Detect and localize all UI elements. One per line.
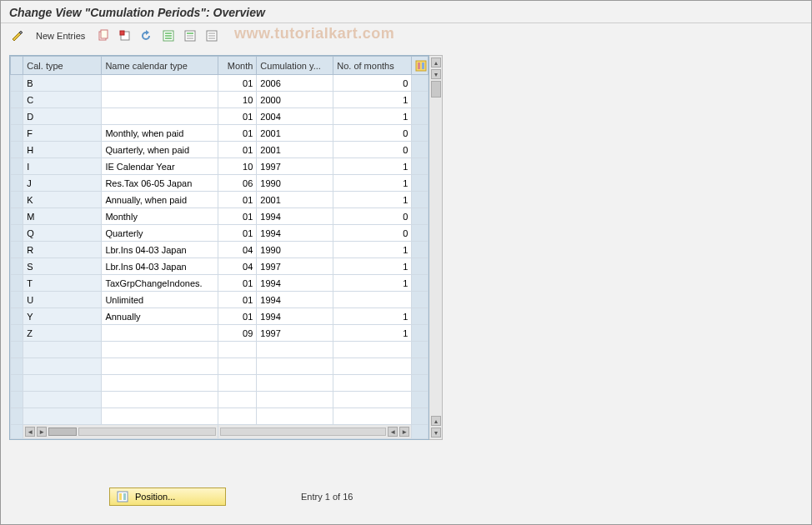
row-selector[interactable] [11, 192, 23, 208]
cell-month[interactable]: 10 [218, 92, 257, 108]
cell-month[interactable]: 01 [218, 225, 257, 242]
cell-year[interactable]: 2001 [257, 142, 333, 158]
position-button[interactable]: Position... [109, 488, 226, 506]
cell-cal-type[interactable]: M [23, 208, 102, 225]
select-all-icon[interactable] [160, 28, 177, 44]
cell-name[interactable]: Lbr.Ins 04-03 Japan [102, 242, 218, 258]
table-row[interactable]: MMonthly0119940 [11, 208, 429, 225]
new-entries-button[interactable]: New Entries [31, 29, 90, 42]
hscroll-left-icon[interactable]: ◄ [25, 427, 35, 437]
row-selector-header[interactable] [11, 57, 23, 75]
row-selector[interactable] [11, 108, 23, 125]
col-months[interactable]: No. of months [333, 57, 412, 75]
row-selector[interactable] [11, 208, 23, 225]
toggle-edit-icon[interactable] [9, 28, 26, 44]
cell-cal-type[interactable]: S [23, 258, 102, 275]
cell-month[interactable]: 04 [218, 242, 257, 258]
v-scrollbar[interactable]: ▴ ▾ ▴ ▾ [429, 55, 443, 440]
table-row[interactable]: HQuarterly, when paid0120010 [11, 142, 429, 158]
row-selector[interactable] [11, 225, 23, 242]
cell-months[interactable]: 1 [333, 308, 412, 325]
cell-month[interactable]: 01 [218, 125, 257, 142]
cell-year[interactable]: 2004 [257, 108, 333, 125]
cell-cal-type[interactable]: T [23, 275, 102, 292]
row-selector[interactable] [11, 92, 23, 108]
cell-months[interactable] [333, 292, 412, 308]
cell-year[interactable]: 2000 [257, 92, 333, 108]
cell-name[interactable]: Monthly [102, 208, 218, 225]
cell-months[interactable]: 1 [333, 242, 412, 258]
cell-name[interactable]: Lbr.Ins 04-03 Japan [102, 258, 218, 275]
cell-cal-type[interactable]: H [23, 142, 102, 158]
cell-months[interactable]: 1 [333, 158, 412, 175]
row-selector[interactable] [11, 75, 23, 92]
cell-month[interactable]: 01 [218, 308, 257, 325]
cell-months[interactable]: 0 [333, 75, 412, 92]
cell-year[interactable]: 1997 [257, 258, 333, 275]
cell-cal-type[interactable]: D [23, 108, 102, 125]
cell-year[interactable]: 1997 [257, 325, 333, 342]
table-row[interactable]: KAnnually, when paid0120011 [11, 192, 429, 208]
table-row[interactable]: TTaxGrpChangeIndones.0119941 [11, 275, 429, 292]
cell-cal-type[interactable]: B [23, 75, 102, 92]
cell-name[interactable] [102, 92, 218, 108]
cell-cal-type[interactable]: I [23, 158, 102, 175]
table-row[interactable]: D0120041 [11, 108, 429, 125]
cell-cal-type[interactable]: Y [23, 308, 102, 325]
cell-months[interactable]: 1 [333, 325, 412, 342]
cell-name[interactable] [102, 325, 218, 342]
cell-month[interactable]: 01 [218, 142, 257, 158]
cell-month[interactable]: 01 [218, 192, 257, 208]
vscroll-down-icon[interactable]: ▾ [431, 69, 441, 79]
cell-months[interactable]: 1 [333, 258, 412, 275]
table-row-empty[interactable] [11, 375, 429, 392]
cell-cal-type[interactable]: J [23, 175, 102, 192]
cell-month[interactable]: 09 [218, 325, 257, 342]
cell-year[interactable]: 1990 [257, 242, 333, 258]
cell-cal-type[interactable]: U [23, 292, 102, 308]
table-config-icon[interactable] [412, 57, 429, 75]
cell-year[interactable]: 1994 [257, 308, 333, 325]
row-selector[interactable] [11, 142, 23, 158]
table-row-empty[interactable] [11, 358, 429, 375]
cell-months[interactable]: 1 [333, 92, 412, 108]
cell-year[interactable]: 1994 [257, 208, 333, 225]
row-selector[interactable] [11, 175, 23, 192]
cell-month[interactable]: 01 [218, 108, 257, 125]
delete-icon[interactable] [117, 28, 133, 44]
cell-name[interactable]: TaxGrpChangeIndones. [102, 275, 218, 292]
col-month[interactable]: Month [218, 57, 257, 75]
copy-icon[interactable] [95, 28, 112, 44]
cell-months[interactable]: 1 [333, 275, 412, 292]
cell-year[interactable]: 1997 [257, 158, 333, 175]
cell-month[interactable]: 01 [218, 75, 257, 92]
table-row[interactable]: FMonthly, when paid0120010 [11, 125, 429, 142]
cell-cal-type[interactable]: K [23, 192, 102, 208]
cell-month[interactable]: 06 [218, 175, 257, 192]
cell-name[interactable] [102, 108, 218, 125]
cell-year[interactable]: 1994 [257, 225, 333, 242]
table-row[interactable]: JRes.Tax 06-05 Japan0619901 [11, 175, 429, 192]
row-selector[interactable] [11, 275, 23, 292]
table-row[interactable]: SLbr.Ins 04-03 Japan0419971 [11, 258, 429, 275]
table-row[interactable]: RLbr.Ins 04-03 Japan0419901 [11, 242, 429, 258]
table-row-empty[interactable] [11, 392, 429, 408]
row-selector[interactable] [11, 125, 23, 142]
vscroll-up-icon[interactable]: ▴ [431, 58, 441, 68]
table-row[interactable]: IIE Calendar Year1019971 [11, 158, 429, 175]
cell-cal-type[interactable]: Q [23, 225, 102, 242]
cell-name[interactable]: Unlimited [102, 292, 218, 308]
cell-year[interactable]: 2001 [257, 125, 333, 142]
cell-name[interactable]: Res.Tax 06-05 Japan [102, 175, 218, 192]
cell-month[interactable]: 01 [218, 292, 257, 308]
cell-months[interactable]: 0 [333, 142, 412, 158]
row-selector[interactable] [11, 258, 23, 275]
cell-year[interactable]: 2001 [257, 192, 333, 208]
hscroll-right-icon[interactable]: ► [37, 427, 47, 437]
cell-year[interactable]: 2006 [257, 75, 333, 92]
vscroll-down2-icon[interactable]: ▾ [431, 428, 441, 438]
cell-year[interactable]: 1994 [257, 292, 333, 308]
cell-year[interactable]: 1990 [257, 175, 333, 192]
vscroll-thumb[interactable] [431, 81, 441, 98]
row-selector[interactable] [11, 308, 23, 325]
